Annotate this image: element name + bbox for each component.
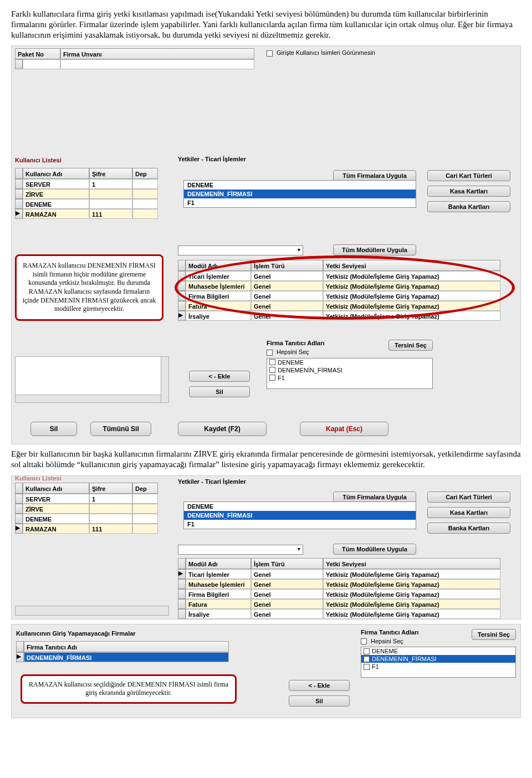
btn-kapat[interactable]: Kapat (Esc) <box>300 422 388 436</box>
user-name: DENEME <box>23 199 89 209</box>
giris-yapamaz-firma: DENEMENİN_FİRMASI <box>24 652 229 662</box>
btn-kasa-kartlari[interactable]: Kasa Kartları <box>427 186 510 197</box>
modul-ad: İrsaliye <box>186 609 251 619</box>
firma-tanitici-item[interactable]: DENEMENİN_FİRMASI <box>267 366 432 374</box>
firma-tanitici-item[interactable]: DENEME <box>361 647 515 655</box>
firma-item-selected[interactable]: DENEMENİN_FİRMASI <box>184 511 416 520</box>
modul-ad: Muhasebe İşlemleri <box>186 579 251 589</box>
checkbox-icon <box>364 664 370 670</box>
user-row[interactable]: SERVER1 <box>15 494 169 504</box>
firma-tanitici-item[interactable]: F1 <box>267 374 432 382</box>
btn-ekle[interactable]: < - Ekle <box>289 680 350 691</box>
firma-tanitici-label: F1 <box>278 375 285 381</box>
user-pass <box>89 504 132 514</box>
user-row[interactable]: ZİRVE <box>15 189 169 199</box>
user-name: ZİRVE <box>23 189 89 199</box>
hdr-indicator <box>178 260 186 271</box>
firma-item[interactable]: DENEME <box>184 181 416 190</box>
scrollbar-h[interactable] <box>16 395 161 402</box>
col-kullanici-adi: Kullanıcı Adı <box>23 483 89 494</box>
firma-item[interactable]: F1 <box>184 520 416 529</box>
btn-banka-kartlari[interactable]: Banka Kartları <box>427 523 510 534</box>
col-islem-turu: İşlem Türü <box>251 558 323 569</box>
user-row[interactable]: ▶ RAMAZAN 111 <box>15 209 169 219</box>
firma-tanitici-label: DENEMENİN_FİRMASI <box>372 656 437 662</box>
firma-tanitici-item-selected[interactable]: DENEMENİN_FİRMASI <box>361 655 515 663</box>
btn-sil[interactable]: Sil <box>30 422 77 436</box>
firma-item[interactable]: F1 <box>184 198 416 207</box>
btn-cari-kart[interactable]: Cari Kart Türleri <box>427 492 510 503</box>
cell-firmaunvani-empty[interactable] <box>60 59 254 69</box>
firma-tanitici-label: DENEME <box>278 359 304 366</box>
user-dep <box>132 209 158 219</box>
scrollbar-h[interactable] <box>15 606 169 616</box>
modul-row[interactable]: ▶Ticari İşlemlerGenelYetkisiz (Modüle/İş… <box>178 569 510 579</box>
firma-tanitici-title: Firma Tanıtıcı Adları <box>267 340 325 346</box>
col-modul-adi: Modül Adı <box>186 558 251 569</box>
callout-annotation-1: RAMAZAN kullanıcısı DENEMENİN FİRMASI is… <box>15 254 163 321</box>
btn-tum-modullere[interactable]: Tüm Modüllere Uygula <box>333 244 416 255</box>
yetkiler-title: Yetkiler - Ticari İşlemler <box>178 156 516 162</box>
user-row[interactable]: DENEME <box>15 199 169 209</box>
btn-tum-modullere[interactable]: Tüm Modüllere Uygula <box>333 544 416 555</box>
modul-row[interactable]: FaturaGenelYetkisiz (Modüle/İşleme Giriş… <box>178 599 510 609</box>
col-sifre: Şifre <box>89 483 132 494</box>
firma-item-selected[interactable]: DENEMENİN_FİRMASI <box>184 190 416 198</box>
firma-tanitici-title: Firma Tanıtıcı Adları <box>361 629 419 636</box>
checkbox-icon <box>269 375 275 381</box>
kullanici-listesi-title-dim: Kullanıcı Listesi <box>15 475 62 482</box>
user-row[interactable]: ▶RAMAZAN111 <box>15 524 169 534</box>
app-panel-2: Kullanıcı Listesi Kullanıcı Adı Şifre De… <box>11 475 521 620</box>
module-dropdown[interactable] <box>178 245 303 255</box>
btn-sil-firma[interactable]: Sil <box>189 386 250 397</box>
btn-kaydet[interactable]: Kaydet (F2) <box>178 422 267 436</box>
modul-row[interactable]: Muhasebe İşlemleriGenelYetkisiz (Modüle/… <box>178 579 510 589</box>
user-name: SERVER <box>23 179 89 189</box>
user-dep <box>132 514 158 524</box>
modul-tur: Genel <box>251 599 323 609</box>
firma-item[interactable]: DENEME <box>184 502 416 511</box>
user-row[interactable]: SERVER 1 <box>15 179 169 189</box>
user-row[interactable]: DENEME <box>15 514 169 524</box>
scrollbar-v[interactable] <box>161 357 168 402</box>
btn-tum-firmalara[interactable]: Tüm Firmalara Uygula <box>333 170 416 181</box>
cell-paketno-empty[interactable] <box>23 59 60 69</box>
modul-row[interactable]: İrsaliyeGenelYetkisiz (Modüle/İşleme Gir… <box>178 609 510 619</box>
btn-tersini-sec[interactable]: Tersini Seç <box>472 629 516 640</box>
giris-yapamaz-row[interactable]: ▶ DENEMENİN_FİRMASI <box>16 652 238 662</box>
checkbox-icon <box>269 359 275 365</box>
module-dropdown[interactable] <box>178 545 303 555</box>
chk-giriste-isimler[interactable]: Girişte Kullanıcı İsimleri Görünmesin <box>267 49 375 57</box>
btn-kasa-kartlari[interactable]: Kasa Kartları <box>427 507 510 518</box>
checkbox-icon <box>364 648 370 654</box>
modul-row[interactable]: Firma BilgileriGenelYetkisiz (Modüle/İşl… <box>178 589 510 599</box>
btn-tumunu-sil[interactable]: Tümünü Sil <box>90 422 151 436</box>
btn-ekle[interactable]: < - Ekle <box>189 371 250 382</box>
modul-ad: Fatura <box>186 599 251 609</box>
firma-tanitici-label: DENEME <box>372 648 398 654</box>
modul-sev: Yetkisiz (Modüle/İşleme Giriş Yapamaz) <box>323 609 500 619</box>
paragraph-intro-1: Farklı kullanıcılara firma giriş yetki k… <box>11 9 521 40</box>
kullanici-listesi-title: Kullanıcı Listesi <box>15 157 169 163</box>
annotation-ellipse <box>175 255 515 320</box>
user-row[interactable]: ZİRVE <box>15 504 169 514</box>
user-name: SERVER <box>23 494 89 504</box>
firma-tanitici-item[interactable]: F1 <box>361 663 515 670</box>
yetkiler-title: Yetkiler - Ticari İşlemler <box>178 478 516 485</box>
user-pass <box>89 514 132 524</box>
btn-banka-kartlari[interactable]: Banka Kartları <box>427 201 510 212</box>
firma-tanitici-item[interactable]: DENEME <box>267 359 432 366</box>
modul-tur: Genel <box>251 569 323 579</box>
hepsini-sec-label: Hepsini Seç <box>371 638 403 644</box>
col-paket-no: Paket No <box>15 48 60 59</box>
btn-sil-firma[interactable]: Sil <box>289 695 350 707</box>
btn-tersini-sec[interactable]: Tersini Seç <box>388 340 433 351</box>
btn-tum-firmalara[interactable]: Tüm Firmalara Uygula <box>333 492 416 503</box>
user-dep <box>132 504 158 514</box>
paragraph-intro-2: Eğer bir kullanıcının bir başka kullanıc… <box>11 449 521 470</box>
user-pass <box>89 189 132 199</box>
checkbox-icon <box>267 50 273 57</box>
modul-tur: Genel <box>251 579 323 589</box>
btn-cari-kart[interactable]: Cari Kart Türleri <box>427 170 510 181</box>
user-dep <box>132 189 158 199</box>
